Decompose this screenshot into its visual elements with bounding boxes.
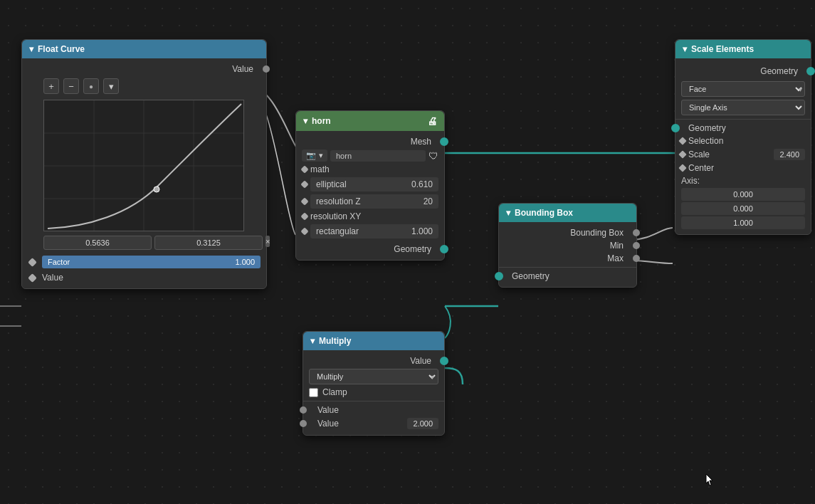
x-value-field[interactable]	[43, 236, 152, 250]
math-label: math	[310, 164, 330, 174]
elliptical-label: elliptical	[316, 179, 347, 189]
scale-elements-header: ▾ Scale Elements	[675, 40, 811, 58]
value2-socket[interactable]	[300, 420, 307, 427]
math-row: math	[296, 163, 444, 176]
max-socket[interactable]	[633, 255, 640, 262]
scale-diamond	[678, 150, 686, 158]
multiply-node: ▾ Multiply Value Multiply ▾ Clamp Value	[303, 331, 445, 436]
value2-label: Value	[317, 419, 404, 429]
se-geometry-output-row: Geometry	[675, 63, 811, 80]
chevron-icon: ▾	[29, 44, 33, 54]
shield-icon: 🛡	[428, 150, 438, 162]
rectangular-row: rectangular 1.000	[296, 223, 444, 240]
face-dropdown[interactable]: Face	[681, 81, 805, 97]
value1-socket[interactable]	[300, 406, 307, 414]
min-label: Min	[610, 241, 624, 251]
value2-value[interactable]: 2.000	[407, 418, 438, 429]
add-point-btn[interactable]: +	[43, 78, 59, 94]
horn-header: ▾ horn 🖨	[296, 111, 444, 131]
bb-output-socket[interactable]	[633, 229, 640, 236]
se-geometry-input-row: Geometry	[675, 122, 811, 135]
curve-dropdown-btn[interactable]: ▾	[103, 78, 119, 94]
float-curve-header: ▾ Float Curve	[22, 40, 266, 58]
close-btn[interactable]: ×	[265, 236, 270, 247]
scale-elements-body: Geometry Face ▾ Single Axis Geometry Sel…	[675, 58, 811, 234]
sep2	[675, 119, 811, 120]
value-output-socket[interactable]	[263, 65, 270, 73]
math-socket[interactable]	[300, 165, 308, 173]
bounding-box-body: Bounding Box Min Max Geometry	[499, 222, 636, 287]
single-axis-row: Single Axis	[675, 98, 811, 117]
rectangular-socket[interactable]	[300, 227, 308, 235]
horn-node: ▾ horn 🖨 Mesh 📷 ▾ horn 🛡 math elliptic	[295, 110, 445, 261]
factor-field[interactable]: Factor 1.000	[42, 256, 261, 268]
geometry-output-row: Geometry	[296, 243, 444, 256]
value2-row: Value 2.000	[303, 416, 444, 431]
resolution-xy-row: resolution XY	[296, 210, 444, 223]
scale-elements-title: Scale Elements	[691, 44, 754, 54]
multiply-title: Multiply	[319, 336, 351, 346]
elliptical-field[interactable]: elliptical 0.610	[310, 177, 438, 191]
rectangular-field[interactable]: rectangular 1.000	[310, 224, 438, 238]
clamp-checkbox[interactable]	[309, 388, 318, 397]
horn-name-field[interactable]: horn	[330, 150, 426, 162]
printer-icon: 🖨	[427, 115, 437, 127]
cursor	[705, 473, 713, 486]
max-row: Max	[499, 252, 636, 265]
camera-icon: 📷	[306, 151, 316, 160]
axis-y-field[interactable]: 0.000	[681, 202, 805, 215]
curve-canvas[interactable]	[43, 100, 244, 231]
resolution-xy-socket[interactable]	[300, 212, 308, 220]
remove-point-btn[interactable]: −	[63, 78, 79, 94]
separator	[499, 267, 636, 268]
bb-geometry-socket[interactable]	[495, 272, 503, 280]
scale-row: Scale 2.400	[675, 147, 811, 162]
curve-type-icon[interactable]: ●	[83, 78, 99, 94]
float-curve-body: Value + − ● ▾	[22, 58, 266, 288]
bb-geometry-label: Geometry	[512, 271, 550, 281]
value-bottom-label: Value	[42, 273, 63, 283]
mesh-row: Mesh	[296, 135, 444, 148]
mesh-socket[interactable]	[440, 137, 448, 146]
elliptical-value: 0.610	[411, 179, 433, 189]
dropdown-arrow: ▾	[319, 151, 323, 160]
axis-x-field[interactable]: 0.000	[681, 188, 805, 201]
operation-dropdown[interactable]: Multiply	[309, 369, 438, 384]
multiply-value-socket[interactable]	[440, 357, 448, 365]
rectangular-label: rectangular	[316, 226, 359, 236]
clamp-row: Clamp	[303, 386, 444, 399]
resolution-z-label: resolution Z	[316, 196, 361, 206]
horn-title: horn	[312, 116, 331, 126]
min-socket[interactable]	[633, 242, 640, 249]
factor-value: 1.000	[235, 258, 255, 266]
curve-controls: + − ● ▾	[22, 75, 266, 97]
svg-point-6	[154, 187, 159, 192]
y-value-field[interactable]	[154, 236, 263, 250]
value-socket[interactable]	[28, 273, 37, 283]
se-geometry-output-socket[interactable]	[806, 67, 815, 75]
resolution-z-socket[interactable]	[300, 197, 308, 205]
factor-socket[interactable]	[28, 258, 37, 267]
float-curve-title: Float Curve	[38, 44, 85, 54]
center-diamond	[678, 164, 686, 172]
bb-geometry-row: Geometry	[499, 270, 636, 283]
axis-z-field[interactable]: 1.000	[681, 216, 805, 229]
selection-diamond	[678, 137, 686, 145]
bb-chevron: ▾	[506, 208, 510, 218]
operation-row: Multiply ▾	[303, 367, 444, 386]
horn-chevron: ▾	[303, 116, 307, 126]
bb-output-label: Bounding Box	[570, 228, 624, 238]
axis-z-row: 1.000	[675, 216, 811, 230]
geometry-output-socket[interactable]	[440, 245, 448, 253]
single-axis-dropdown[interactable]: Single Axis	[681, 100, 805, 115]
bounding-box-header: ▾ Bounding Box	[499, 204, 636, 222]
elliptical-socket[interactable]	[300, 180, 308, 188]
selection-row: Selection	[675, 135, 811, 147]
se-geometry-input-socket[interactable]	[671, 124, 680, 132]
resolution-xy-label: resolution XY	[310, 211, 361, 221]
resolution-z-field[interactable]: resolution Z 20	[310, 194, 438, 209]
scale-value[interactable]: 2.400	[774, 149, 805, 160]
rectangular-value: 1.000	[411, 226, 433, 236]
axis-y-row: 0.000	[675, 201, 811, 216]
axis-label-row: Axis:	[675, 174, 811, 187]
